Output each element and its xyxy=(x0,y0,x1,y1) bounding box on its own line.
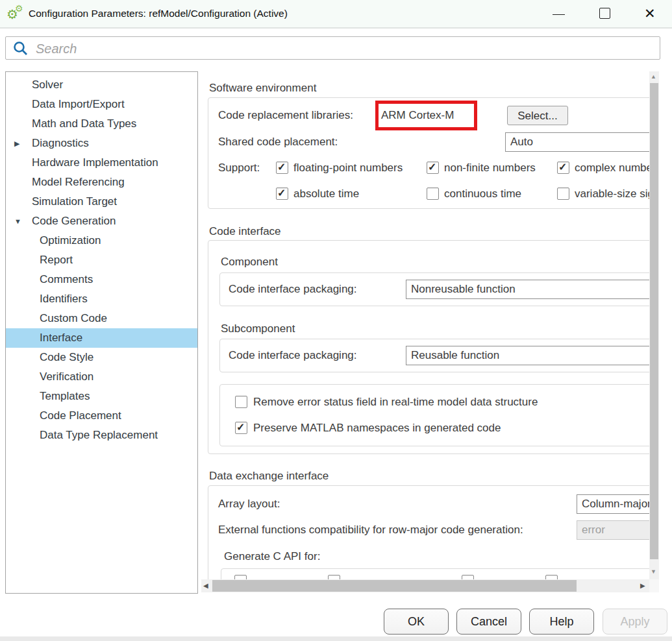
sidebar-item-interface[interactable]: Interface xyxy=(6,328,197,348)
checkmark-icon: ✓ xyxy=(558,162,569,173)
sidebar-item-identifiers[interactable]: Identifiers xyxy=(6,289,197,309)
ok-button[interactable]: OK xyxy=(384,609,449,635)
component-subheading: Component xyxy=(221,256,278,269)
gear-icon: ⚙ xyxy=(15,4,23,13)
checkbox-label: non-finite numbers xyxy=(444,162,536,175)
sidebar-item-data-type-replacement[interactable]: Data Type Replacement xyxy=(6,426,197,445)
sidebar-item-comments[interactable]: Comments xyxy=(6,270,197,289)
title-bar: ⚙ ⚙ Configuration Parameters: refModel/C… xyxy=(0,0,672,29)
scrollbar-corner xyxy=(649,579,659,592)
chevron-down-icon[interactable]: ▼ xyxy=(14,217,21,225)
sidebar-item-data-import-export[interactable]: Data Import/Export xyxy=(6,95,197,114)
checkbox-floating-point-numbers[interactable]: ✓ xyxy=(276,162,288,174)
code-interface-options-group xyxy=(219,384,649,446)
vertical-scrollbar[interactable]: ▲ ▼ xyxy=(649,71,659,579)
sidebar-item-code-placement[interactable]: Code Placement xyxy=(6,406,197,426)
checkmark-icon: ✓ xyxy=(428,162,438,173)
section-heading-software-environment: Software environment xyxy=(209,82,316,95)
subcomponent-packaging-dropdown[interactable]: Reusable function xyxy=(406,346,649,365)
horizontal-scrollbar[interactable]: ◀ ▶ xyxy=(201,579,649,592)
sidebar-item-math-and-data-types[interactable]: Math and Data Types xyxy=(6,114,197,134)
category-tree: Solver Data Import/Export Math and Data … xyxy=(5,71,198,594)
sidebar-item-optimization[interactable]: Optimization xyxy=(6,231,197,250)
sidebar-item-code-generation[interactable]: ▼Code Generation xyxy=(6,212,197,231)
shared-code-placement-label: Shared code placement: xyxy=(218,136,338,149)
sidebar-item-label: Code Generation xyxy=(32,215,116,228)
sidebar-item-label: Simulation Target xyxy=(32,195,117,208)
checkbox-label: Preserve MATLAB namespaces in generated … xyxy=(253,422,501,435)
vertical-scrollbar-thumb[interactable] xyxy=(650,83,658,559)
simulink-config-gears-icon: ⚙ ⚙ xyxy=(6,5,25,23)
scroll-up-icon[interactable]: ▲ xyxy=(651,73,656,80)
close-icon[interactable]: ✕ xyxy=(644,5,656,23)
sidebar-item-label: Data Import/Export xyxy=(32,98,125,111)
checkbox-preserve-matlab-namespaces[interactable]: ✓ xyxy=(235,422,247,434)
checkbox-non-finite-numbers[interactable]: ✓ xyxy=(427,162,439,174)
checkmark-icon: ✓ xyxy=(277,188,288,199)
configuration-parameters-dialog: ⚙ ⚙ Configuration Parameters: refModel/C… xyxy=(0,0,672,641)
interface-settings-panel: Software environment Code replacement li… xyxy=(201,71,649,579)
subcomponent-packaging-label: Code interface packaging: xyxy=(229,349,357,362)
c-api-checkbox[interactable] xyxy=(462,575,474,579)
sidebar-item-verification[interactable]: Verification xyxy=(6,367,197,387)
checkbox-remove-error-status-field[interactable]: ✓ xyxy=(235,396,247,408)
window-title: Configuration Parameters: refModel/Confi… xyxy=(29,0,288,27)
checkmark-icon: ✓ xyxy=(236,422,247,433)
sidebar-item-model-referencing[interactable]: Model Referencing xyxy=(6,173,197,192)
checkbox-label: continuous time xyxy=(444,187,521,200)
sidebar-item-label: Verification xyxy=(40,370,93,383)
sidebar-item-diagnostics[interactable]: ▶Diagnostics xyxy=(6,134,197,153)
sidebar-item-label: Identifiers xyxy=(40,293,88,306)
sidebar-item-report[interactable]: Report xyxy=(6,250,197,270)
sidebar-item-label: Diagnostics xyxy=(32,137,89,150)
scroll-down-icon[interactable]: ▼ xyxy=(651,568,656,575)
c-api-checkbox[interactable] xyxy=(234,575,247,579)
array-layout-label: Array layout: xyxy=(218,498,280,511)
c-api-options-group xyxy=(221,568,649,579)
scroll-right-icon[interactable]: ▶ xyxy=(640,582,645,589)
checkbox-complex-numbers[interactable]: ✓ xyxy=(557,162,569,174)
search-input[interactable] xyxy=(34,38,654,60)
array-layout-dropdown[interactable]: Column-major xyxy=(577,494,649,514)
chevron-right-icon[interactable]: ▶ xyxy=(14,139,19,148)
minimize-icon[interactable] xyxy=(553,14,565,15)
component-packaging-dropdown[interactable]: Nonreusable function xyxy=(406,280,649,299)
help-button[interactable]: Help xyxy=(529,609,594,635)
sidebar-item-custom-code[interactable]: Custom Code xyxy=(6,309,197,328)
sidebar-item-code-style[interactable]: Code Style xyxy=(6,348,197,367)
c-api-checkbox[interactable] xyxy=(328,575,340,579)
row-major-compatibility-field: error xyxy=(577,520,649,540)
code-replacement-libraries-value-highlighted[interactable]: ARM Cortex-M xyxy=(375,101,477,130)
sidebar-item-label: Solver xyxy=(32,79,63,91)
checkbox-label: complex numbers xyxy=(575,162,649,175)
checkbox-variable-size-signals[interactable]: ✓ xyxy=(557,187,569,200)
shared-code-placement-dropdown[interactable]: Auto xyxy=(505,132,649,152)
checkbox-absolute-time[interactable]: ✓ xyxy=(276,187,288,200)
sidebar-item-label: Templates xyxy=(40,390,90,403)
select-library-button[interactable]: Select... xyxy=(507,106,568,125)
search-box[interactable] xyxy=(5,36,660,60)
sidebar-item-label: Custom Code xyxy=(40,312,107,325)
sidebar-item-label: Interface xyxy=(40,332,82,345)
checkbox-label: Remove error status field in real-time m… xyxy=(253,396,538,409)
sidebar-item-label: Optimization xyxy=(40,234,101,247)
maximize-icon[interactable] xyxy=(599,8,610,19)
sidebar-item-solver[interactable]: Solver xyxy=(6,75,197,95)
sidebar-item-hardware-implementation[interactable]: Hardware Implementation xyxy=(6,153,197,173)
cancel-button[interactable]: Cancel xyxy=(456,609,521,635)
checkbox-continuous-time[interactable]: ✓ xyxy=(427,187,439,200)
horizontal-scrollbar-thumb[interactable] xyxy=(212,580,577,592)
scroll-left-icon[interactable]: ◀ xyxy=(203,582,208,589)
sidebar-item-label: Code Placement xyxy=(40,409,121,422)
sidebar-item-label: Comments xyxy=(40,273,93,286)
sidebar-item-label: Data Type Replacement xyxy=(40,429,158,442)
sidebar-item-label: Model Referencing xyxy=(32,176,125,189)
sidebar-item-templates[interactable]: Templates xyxy=(6,387,197,406)
sidebar-item-simulation-target[interactable]: Simulation Target xyxy=(6,192,197,212)
generate-c-api-label: Generate C API for: xyxy=(224,550,320,563)
checkmark-icon: ✓ xyxy=(277,162,288,173)
section-heading-code-interface: Code interface xyxy=(209,225,281,238)
code-replacement-libraries-value: ARM Cortex-M xyxy=(381,109,454,122)
c-api-checkbox[interactable] xyxy=(545,575,558,579)
support-label: Support: xyxy=(218,162,260,175)
